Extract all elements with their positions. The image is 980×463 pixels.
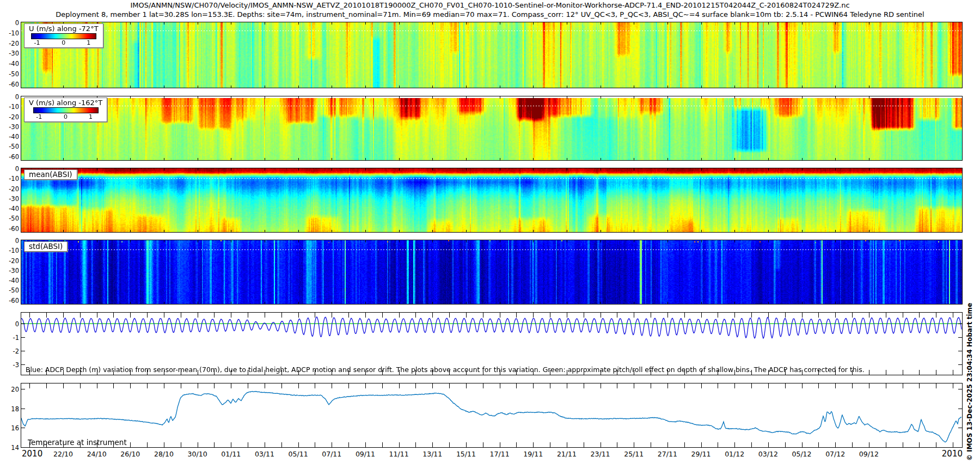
x-tick-mark (298, 302, 299, 304)
x-tick-mark (634, 86, 634, 88)
x-tick-mark (130, 86, 131, 88)
x-tick-mark (634, 22, 634, 25)
x-tick-mark (231, 22, 231, 25)
x-tick-label: 21/11 (550, 450, 584, 458)
x-tick-mark (533, 96, 534, 99)
x-tick-label: 24/10 (80, 450, 114, 458)
x-tick-mark (835, 240, 836, 242)
x-tick-mark (265, 86, 265, 88)
x-tick-mark (365, 302, 366, 304)
y-tick-label: -3 (1, 361, 19, 369)
x-tick-mark (835, 168, 836, 170)
x-tick-mark (399, 158, 400, 160)
x-tick-mark (869, 158, 869, 160)
x-tick-mark (63, 86, 64, 88)
y-tick-label: 0 (1, 320, 19, 328)
x-tick-mark (667, 96, 668, 99)
x-tick-mark (667, 158, 668, 160)
x-tick-label: 07/12 (818, 450, 852, 458)
y-tick-label: 18 (1, 405, 19, 413)
x-tick-mark (701, 22, 702, 25)
x-tick-mark (734, 86, 735, 88)
x-tick-mark (432, 96, 433, 99)
x-tick-mark (734, 22, 735, 25)
x-tick-mark (500, 230, 500, 232)
y-tick-label: 0 (1, 237, 19, 245)
x-tick-label: 03/11 (248, 450, 281, 458)
v-colorbar-ticks: -1 0 1 (34, 113, 98, 120)
y-tick-label: -40 (1, 133, 19, 141)
colorbar-tick-label: 1 (87, 39, 90, 46)
x-tick-mark (869, 168, 869, 170)
x-tick-mark (198, 86, 198, 88)
x-tick-mark (298, 240, 299, 242)
x-tick-mark (365, 96, 366, 99)
x-tick-mark (97, 86, 97, 88)
y-tick-label: -20 (1, 40, 19, 47)
x-tick-mark (63, 302, 64, 304)
v-colorbar-legend: V (m/s) along -162°T -1 0 1 (24, 98, 107, 122)
x-tick-mark (768, 158, 769, 160)
x-tick-mark (601, 86, 601, 88)
x-tick-mark (432, 240, 433, 242)
y-tick-label: -60 (1, 225, 19, 233)
x-tick-mark (567, 96, 567, 99)
v-legend-title: V (m/s) along -162°T (29, 99, 102, 107)
colorbar-tick-label: 0 (64, 113, 68, 120)
y-tick-label: -60 (1, 153, 19, 161)
x-tick-mark (466, 158, 467, 160)
std-absi-surface-blank-line (21, 249, 962, 250)
x-tick-mark (802, 86, 803, 88)
x-tick-mark (231, 168, 231, 170)
x-tick-mark (802, 168, 803, 170)
x-tick-mark (130, 22, 131, 25)
y-tick-label: -60 (1, 81, 19, 88)
y-tick-label: -10 (1, 103, 19, 111)
x-tick-label: 29/11 (684, 450, 718, 458)
y-tick-label: -20 (1, 113, 19, 121)
y-tick-label: 0 (1, 93, 19, 101)
x-tick-mark (466, 22, 467, 25)
y-tick-label: -50 (1, 215, 19, 222)
x-tick-mark (432, 230, 433, 232)
colorbar-tick-label: -1 (34, 39, 40, 46)
x-tick-mark (130, 158, 131, 160)
y-tick-label: -50 (1, 287, 19, 294)
panel-v-velocity-heatmap: V (m/s) along -162°T -1 0 1 0-10-20-30-4… (21, 96, 963, 161)
figure-title-filename: IMOS/ANMN/NSW/CH070/Velocity/IMOS_ANMN-N… (0, 1, 980, 9)
x-tick-mark (601, 302, 601, 304)
x-tick-mark (734, 168, 735, 170)
x-tick-mark (768, 86, 769, 88)
y-tick-label: -30 (1, 123, 19, 131)
x-tick-mark (802, 158, 803, 160)
x-tick-mark (130, 168, 131, 170)
x-tick-mark (634, 230, 634, 232)
x-tick-mark (701, 230, 702, 232)
x-tick-mark (164, 86, 164, 88)
x-tick-mark (533, 168, 534, 170)
y-tick-label: -1 (1, 334, 19, 342)
x-axis-year-right: 2010 (932, 449, 963, 459)
x-tick-mark (466, 86, 467, 88)
x-tick-mark (97, 230, 97, 232)
x-tick-mark (601, 96, 601, 99)
y-tick-label: -30 (1, 50, 19, 57)
x-tick-label: 01/11 (214, 450, 248, 458)
x-tick-mark (869, 86, 869, 88)
x-tick-mark (768, 22, 769, 25)
x-tick-label: 07/11 (315, 450, 348, 458)
x-tick-mark (365, 230, 366, 232)
u-colorbar-legend: U (m/s) along -72°T -1 0 1 (24, 23, 103, 48)
x-tick-mark (365, 86, 366, 88)
x-tick-mark (802, 302, 803, 304)
x-tick-mark (399, 86, 400, 88)
temperature-line-canvas (21, 383, 962, 447)
x-tick-mark (399, 240, 400, 242)
x-tick-label: 30/10 (181, 450, 215, 458)
x-tick-mark (869, 96, 869, 99)
x-tick-mark (198, 168, 198, 170)
x-tick-mark (533, 302, 534, 304)
y-tick-label: -60 (1, 297, 19, 304)
y-tick-label: -20 (1, 257, 19, 265)
x-tick-mark (734, 230, 735, 232)
